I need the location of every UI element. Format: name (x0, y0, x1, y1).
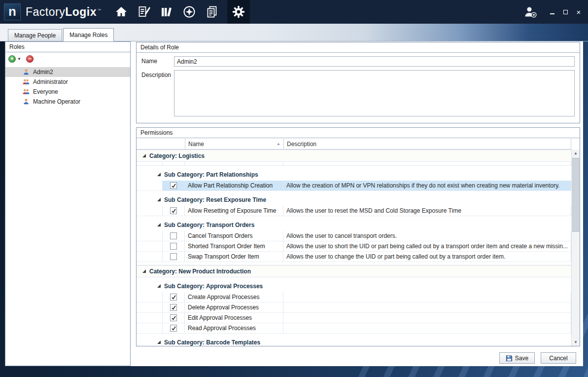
permission-row-delete-approval-processes[interactable]: Delete Approval Processes (137, 302, 571, 313)
collapse-triangle-icon[interactable] (157, 340, 161, 344)
permission-checkbox[interactable] (170, 294, 177, 301)
trademark-symbol: ™ (98, 8, 101, 12)
collapse-triangle-icon[interactable] (157, 198, 161, 201)
permission-checkbox[interactable] (170, 207, 177, 214)
subcategory-row-sub-category-approval-processes[interactable]: Sub Category: Approval Processes (137, 280, 571, 292)
permission-checkbox[interactable] (170, 304, 177, 311)
permission-checkbox[interactable] (170, 325, 177, 332)
collapse-triangle-icon[interactable] (142, 154, 146, 157)
row-indent-cell (137, 252, 162, 262)
permission-name: Create Approval Processes (185, 292, 283, 302)
permission-checkbox[interactable] (170, 243, 177, 250)
permission-name: Delete Approval Processes (185, 302, 283, 312)
roles-panel-title: Roles (5, 42, 130, 52)
collapse-triangle-icon[interactable] (142, 269, 146, 273)
main-area: Details of Role Name Description Permiss… (132, 41, 583, 366)
subcategory-row-sub-category-transport-orders[interactable]: Sub Category: Transport Orders (137, 219, 571, 231)
app-logo: n (4, 3, 21, 20)
home-icon[interactable] (114, 0, 129, 24)
row-indent-cell (137, 241, 162, 251)
user-status-icon[interactable] (523, 5, 538, 18)
permission-description: Allows the user to change the UID or par… (283, 252, 571, 262)
app-window: n Factory Logix ™ (0, 0, 588, 377)
permission-row-allow-resetting-of-exposure-time[interactable]: Allow Resetting of Exposure TimeAllows t… (137, 206, 571, 216)
permission-row-edit-approval-processes[interactable]: Edit Approval Processes (137, 313, 571, 323)
description-label: Description (141, 70, 174, 116)
permission-row-cancel-transport-orders[interactable]: Cancel Transport OrdersAllows the user t… (137, 231, 571, 241)
documents-icon[interactable] (205, 0, 219, 24)
subcategory-row-sub-category-part-relationships[interactable]: Sub Category: Part Relationships (137, 168, 571, 181)
permission-row-shorted-transport-order-item[interactable]: Shorted Transport Order ItemAllows the u… (137, 241, 571, 252)
collapse-triangle-icon[interactable] (157, 173, 161, 176)
library-icon[interactable] (159, 0, 174, 24)
scroll-down-button[interactable]: ▼ (572, 339, 580, 346)
role-item-machine-operator[interactable]: Machine Operator (5, 97, 130, 107)
permission-checkbox[interactable] (170, 253, 177, 260)
permission-row-swap-transport-order-item[interactable]: Swap Transport Order ItemAllows the user… (137, 252, 571, 262)
save-button-label: Save (515, 355, 528, 362)
collapse-triangle-icon[interactable] (157, 223, 161, 226)
header-indent-cell (137, 139, 162, 149)
app-name: Factory Logix ™ (26, 5, 101, 19)
settings-gear-icon[interactable] (227, 0, 250, 24)
role-name-input[interactable] (174, 56, 575, 67)
permission-description: Allows the user to reset the MSD and Col… (283, 206, 571, 216)
tab-manage-people[interactable]: Manage People (8, 29, 62, 41)
permission-name: Swap Transport Order Item (185, 252, 283, 262)
subcategory-label: Sub Category: Barcode Templates (164, 339, 260, 346)
permission-description (283, 323, 571, 333)
scroll-up-button[interactable]: ▲ (572, 150, 580, 157)
remove-role-button[interactable]: − (26, 55, 34, 63)
permission-name: Allow Resetting of Exposure Time (185, 206, 283, 216)
roles-panel: Roles + ▼ − Admin2AdministratorEveryoneM… (5, 41, 131, 366)
permission-description: Allows the user to short the UID or part… (283, 241, 571, 251)
name-label: Name (141, 56, 174, 67)
clipped-row (137, 162, 571, 166)
tab-strip-tabs: Manage PeopleManage Roles (8, 28, 115, 41)
category-row-category-new-product-introduction[interactable]: Category: New Product Introduction (137, 265, 571, 277)
subcategory-row-sub-category-reset-exposure-time[interactable]: Sub Category: Reset Exposure Time (137, 193, 571, 206)
scrollbar-thumb[interactable] (572, 158, 579, 232)
collapse-triangle-icon[interactable] (157, 284, 161, 288)
column-header-name[interactable]: Name ▲ (185, 139, 283, 149)
tab-strip: Manage PeopleManage Roles (0, 24, 588, 41)
add-role-dropdown-caret[interactable]: ▼ (17, 57, 21, 61)
role-description-textarea[interactable] (174, 70, 575, 116)
minimize-button[interactable] (549, 7, 555, 16)
app-logo-letter: n (8, 5, 16, 18)
category-row-category-logistics[interactable]: Category: Logistics (137, 150, 571, 162)
role-label: Everyone (33, 88, 58, 95)
permission-row-create-approval-processes[interactable]: Create Approval Processes (137, 292, 571, 302)
titlebar-right: × (523, 0, 588, 24)
permission-name: Shorted Transport Order Item (185, 241, 283, 251)
row-indent-cell (137, 181, 162, 190)
cancel-button[interactable]: Cancel (541, 352, 576, 364)
details-panel-title: Details of Role (137, 42, 580, 53)
maximize-button[interactable] (562, 7, 569, 16)
row-indent-cell (137, 323, 162, 333)
group-icon (22, 88, 30, 95)
permission-row-read-approval-processes[interactable]: Read Approval Processes (137, 323, 571, 334)
subcategory-row-sub-category-barcode-templates[interactable]: Sub Category: Barcode Templates (137, 336, 571, 346)
content-area: Roles + ▼ − Admin2AdministratorEveryoneM… (5, 41, 583, 366)
cancel-button-label: Cancel (549, 355, 567, 362)
tab-manage-roles[interactable]: Manage Roles (63, 28, 114, 41)
add-role-button[interactable]: + (8, 55, 16, 63)
permission-checkbox[interactable] (170, 182, 177, 189)
permission-checkbox[interactable] (170, 314, 177, 321)
dispatch-icon[interactable] (182, 0, 197, 24)
close-button[interactable]: × (575, 7, 582, 16)
role-item-everyone[interactable]: Everyone (5, 87, 130, 97)
role-item-admin2[interactable]: Admin2 (5, 67, 130, 77)
permission-checkbox[interactable] (170, 232, 177, 239)
role-item-administrator[interactable]: Administrator (5, 77, 130, 87)
subcategory-label: Sub Category: Reset Exposure Time (164, 196, 266, 203)
titlebar: n Factory Logix ™ (0, 0, 588, 24)
permissions-panel-title: Permissions (137, 128, 580, 138)
column-header-description[interactable]: Description (283, 139, 571, 149)
vertical-scrollbar[interactable]: ▲ ▼ (571, 150, 580, 346)
group-icon (22, 78, 30, 85)
save-button[interactable]: Save (499, 352, 535, 364)
work-orders-icon[interactable] (137, 0, 151, 24)
permission-row-allow-part-relationship-creation[interactable]: Allow Part Relationship CreationAllow th… (137, 181, 571, 191)
